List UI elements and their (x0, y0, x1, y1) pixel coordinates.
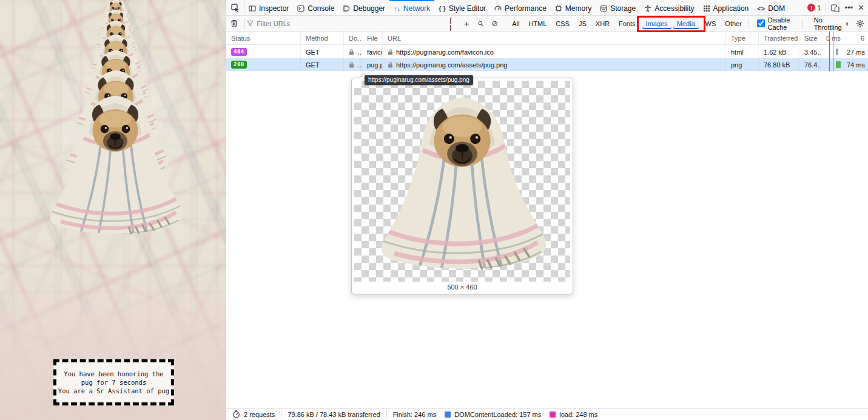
image-dimensions-label: 500 × 460 (352, 283, 573, 291)
tab-memory[interactable]: Memory (551, 0, 596, 15)
tab-accessibility[interactable]: Accessibility (640, 0, 698, 15)
close-devtools-icon[interactable]: ✕ (858, 3, 864, 12)
dcl-legend-swatch (445, 412, 451, 418)
method-cell: GET (301, 46, 344, 58)
style-editor-icon: { } (439, 5, 446, 12)
col-size[interactable]: Size (799, 32, 821, 44)
tab-performance[interactable]: Performance (490, 0, 551, 15)
filter-urls-box[interactable] (247, 20, 432, 27)
filter-type-all[interactable]: All (508, 18, 523, 29)
https-lock-icon (388, 49, 393, 55)
domain-cell: … (344, 58, 362, 71)
error-count: 1 (817, 4, 821, 12)
url-cell: https://puginarug.com/favicon.ico (383, 46, 726, 58)
transferred-cell: 76.80 kB (759, 58, 799, 71)
col-url[interactable]: URL (383, 32, 726, 44)
transparency-checkerboard (354, 81, 570, 282)
tab-application[interactable]: Application (699, 0, 753, 15)
network-settings-button[interactable] (856, 19, 864, 28)
filter-type-images[interactable]: Images (642, 18, 671, 29)
toolbar-separator (826, 3, 826, 13)
throttling-dropdown[interactable]: No Throttling ▲▼ (812, 16, 851, 31)
disable-cache-checkbox[interactable] (757, 19, 765, 27)
filter-urls-input[interactable] (257, 20, 432, 27)
pug-honor-counter-box: You have been honoring the pug for 7 sec… (53, 359, 174, 405)
pause-traffic-icon[interactable]: | | (449, 16, 455, 31)
col-type[interactable]: Type (726, 32, 759, 44)
col-waterfall[interactable]: 0 ms 6 (821, 32, 868, 44)
tab-label: Network (403, 4, 430, 13)
requests-count[interactable]: 2 requests (244, 411, 275, 418)
request-row-favicon[interactable]: 404 GET … favicon https://puginarug.com/… (226, 46, 868, 58)
tab-label: Application (713, 4, 749, 13)
search-icon[interactable] (478, 20, 483, 27)
col-file[interactable]: File (362, 32, 383, 44)
application-icon (703, 5, 710, 12)
pug-preview-image (368, 92, 556, 271)
tab-label: Memory (565, 4, 591, 13)
responsive-design-icon[interactable] (831, 4, 839, 12)
tab-dom[interactable]: <> DOM (753, 0, 789, 15)
network-filterbar: | | + All HTML CSS JS XHR Fonts Images M… (226, 16, 868, 32)
error-icon: ! (807, 4, 815, 12)
filter-funnel-icon (247, 20, 254, 27)
new-request-icon[interactable]: + (464, 18, 469, 29)
transferred-summary: 79.86 kB / 78.43 kB transferred (288, 411, 380, 418)
load-time[interactable]: load: 248 ms (559, 411, 597, 418)
inspector-icon (249, 5, 256, 12)
filter-type-css[interactable]: CSS (552, 18, 573, 29)
statusbar-separator (281, 410, 281, 418)
node-picker-button[interactable] (226, 0, 244, 15)
filter-type-html[interactable]: HTML (525, 18, 550, 29)
col-transferred[interactable]: Transferred (759, 32, 799, 44)
block-url-icon[interactable] (492, 20, 497, 27)
waterfall-bar (836, 49, 838, 55)
tab-storage[interactable]: Storage (596, 0, 640, 15)
pug-counter-line1: You have been honoring the (64, 370, 163, 378)
domain-cell: … (344, 46, 362, 58)
statusbar-separator (386, 410, 387, 418)
tab-style-editor[interactable]: { } Style Editor (434, 0, 490, 15)
performance-icon (494, 5, 502, 12)
debugger-icon (343, 5, 350, 12)
status-badge: 200 (231, 61, 247, 69)
disable-cache-control: Disable Cache (757, 16, 800, 31)
network-icon: ↑↓ (394, 5, 400, 12)
clear-requests-button[interactable] (226, 19, 242, 27)
tab-console[interactable]: Console (293, 0, 338, 15)
type-cell: html (726, 46, 759, 58)
col-domain[interactable]: Do… (344, 32, 362, 44)
tab-label: Performance (505, 4, 547, 13)
finish-time: Finish: 246 ms (393, 411, 437, 418)
accessibility-icon (644, 5, 651, 12)
col-method[interactable]: Method (301, 32, 344, 44)
filter-type-other[interactable]: Other (721, 18, 745, 29)
url-cell: https://puginarug.com/assets/pug.png (383, 58, 726, 71)
load-event-line (833, 32, 833, 71)
load-legend-swatch (550, 412, 556, 418)
tab-debugger[interactable]: Debugger (338, 0, 389, 15)
devtools-toolbar: Inspector Console Debugger ↑↓ Network { … (226, 0, 868, 16)
image-preview-popup: 500 × 460 (351, 78, 573, 294)
pug-counter-line3: You are a Sr Assistant of pug (58, 387, 169, 395)
meatball-menu-icon[interactable]: ••• (844, 3, 853, 12)
domcontentloaded-time[interactable]: DOMContentLoaded: 157 ms (454, 411, 541, 418)
request-row-pug-png[interactable]: 200 GET … pug.pn https://puginarug.com/a… (226, 58, 868, 71)
col-status[interactable]: Status (226, 32, 301, 44)
error-count-button[interactable]: ! 1 (807, 4, 821, 12)
filter-type-fonts[interactable]: Fonts (615, 18, 639, 29)
filter-type-xhr[interactable]: XHR (592, 18, 613, 29)
filter-type-ws[interactable]: WS (702, 18, 720, 29)
tab-label: Console (308, 4, 334, 13)
tab-network[interactable]: ↑↓ Network (389, 0, 434, 15)
size-cell: 76.4… (799, 58, 821, 71)
filter-type-js[interactable]: JS (575, 18, 590, 29)
webpage-viewport: You have been honoring the pug for 7 sec… (0, 0, 226, 420)
tab-label: Style Editor (449, 4, 486, 13)
filter-type-media[interactable]: Media (673, 18, 699, 29)
gear-icon (856, 19, 864, 28)
waterfall-scale-end: 6 (858, 32, 864, 44)
tab-inspector[interactable]: Inspector (244, 0, 293, 15)
console-icon (297, 5, 304, 12)
node-picker-icon (231, 4, 240, 12)
